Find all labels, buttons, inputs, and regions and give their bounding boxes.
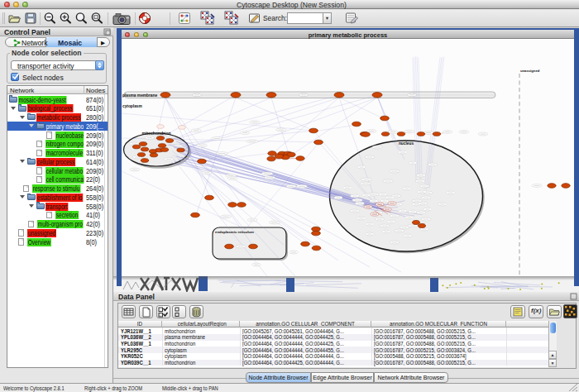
svg-text:unassigned: unassigned xyxy=(520,69,540,73)
svg-text:endoplasmic reticulum: endoplasmic reticulum xyxy=(215,230,254,234)
svg-text:nucleus: nucleus xyxy=(399,141,414,146)
svg-text:mitochondrion: mitochondrion xyxy=(142,131,171,136)
svg-text:plasma membrane: plasma membrane xyxy=(122,93,157,98)
svg-text:cytoplasm: cytoplasm xyxy=(122,104,142,108)
